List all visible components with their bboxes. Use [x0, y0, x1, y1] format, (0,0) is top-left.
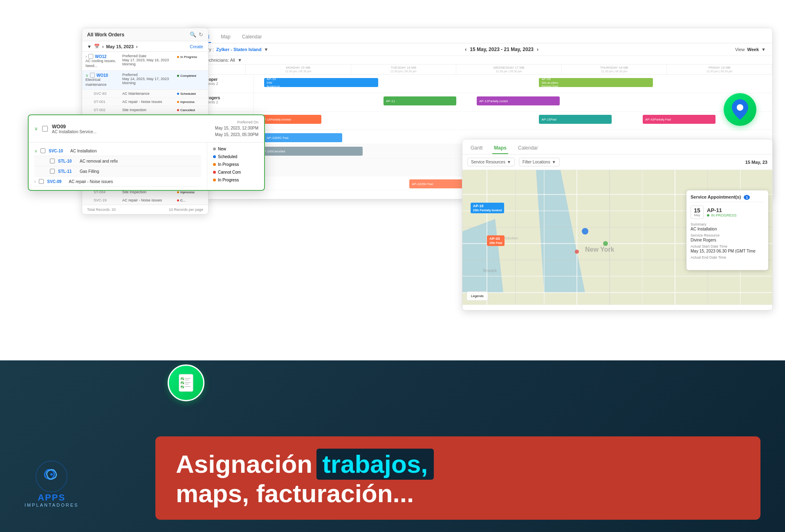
gantt-bar-cancelled[interactable]: AP-100Cancelled: [259, 147, 363, 156]
gantt-time-header: MONDAY 15 MB12.30 pm | 06.30 pm TUESDAY …: [188, 65, 772, 75]
checklist-icon: [176, 373, 196, 393]
wo-header: All Work Orders 🔍 ↻: [82, 28, 208, 41]
main-container: All Work Orders 🔍 ↻ ▼ 📅 ‹ May 15, 2023 ›…: [0, 0, 785, 532]
gantt-date-range: 15 May, 2023 - 21 May, 2023: [470, 47, 534, 52]
view-label: View: [735, 47, 745, 52]
gantt-bar[interactable]: AP-10DIWBooked at: [264, 78, 378, 87]
table-row[interactable]: › WO12 AC cooling Issues, Need... Prefer…: [82, 52, 208, 71]
svc-checkbox[interactable]: [39, 179, 44, 184]
wo09-checkbox[interactable]: [42, 126, 48, 132]
filter-locations-select[interactable]: Filter Locations ▼: [519, 158, 560, 166]
gantt-bar[interactable]: AP-22ERC Paid: [264, 133, 342, 142]
tab-maps[interactable]: Maps: [492, 143, 508, 154]
gantt-bar[interactable]: AP-09Site-as-plansPartially Paid: [539, 78, 653, 87]
map-pin-ap43[interactable]: AP-4325th Paid: [487, 235, 505, 246]
gantt-bar[interactable]: AP-11: [384, 96, 456, 105]
svc-checkbox[interactable]: [50, 169, 55, 174]
location-pin: [724, 93, 756, 126]
sa-summary-field: Summary AC Installation: [691, 222, 764, 231]
wo-id: WO12: [95, 54, 106, 59]
tab-gantt-maps[interactable]: Gantt: [469, 143, 484, 154]
gantt-next-btn[interactable]: ›: [537, 47, 538, 52]
status-badge: Scheduled: [175, 91, 208, 96]
status-badge: Completed: [175, 73, 198, 78]
svc-id: SVC-09: [47, 179, 65, 184]
svc-row[interactable]: ∨ SVC-10 AC Installation: [34, 146, 201, 156]
sa-start-value: May 15, 2023 06.30 PM (GMT Time: [691, 249, 764, 253]
svc-name: AC repair - Noise issues: [69, 179, 201, 184]
territory-value[interactable]: Zylker - Staten Island: [216, 47, 262, 52]
svg-text:Newark: Newark: [483, 268, 497, 273]
gantt-bar[interactable]: AP-12Partially cooled: [477, 96, 560, 105]
dropdown-icon: ▼: [507, 160, 511, 164]
service-appointment-popup: Service Appointment(s) 1 15 May AP-11 IN…: [686, 190, 768, 270]
svg-rect-28: [185, 378, 191, 379]
status-inprogress2-label: In Progress: [218, 178, 239, 182]
table-row[interactable]: ∨ WO10 Electrical maintenance PreferredM…: [82, 71, 208, 89]
svc-name: AC removal and refix: [80, 159, 201, 163]
territory-dropdown-icon[interactable]: ▼: [264, 47, 269, 52]
pin-circle: [724, 93, 756, 126]
status-badge: C...: [175, 198, 208, 203]
sa-resource-field: Service Resource Divine Rogers: [691, 233, 764, 242]
time-slots-row: MONDAY 15 MB12.30 pm | 06.30 pm TUESDAY …: [246, 65, 772, 74]
sa-status: IN PROGRESS: [707, 213, 737, 217]
wo-sub-row[interactable]: SVC-83 AC Maintenance Scheduled: [82, 90, 208, 98]
wo09-title: AC Installation Service...: [52, 130, 96, 134]
status-inprogress: In Progress: [213, 162, 258, 167]
wo-date: PreferredMay 14, 2023, May 17, 2023Morni…: [122, 73, 175, 85]
filter-icon[interactable]: ▼: [87, 44, 92, 49]
dropdown-icon2: ▼: [552, 160, 556, 164]
search-icon[interactable]: 🔍: [190, 31, 196, 38]
gantt-tech-row: Divine Rogers Appointments 2 AP-11 AP-12…: [188, 93, 772, 112]
next-date-btn[interactable]: ›: [136, 44, 138, 49]
svc-sub-row[interactable]: STL-11 Gas Filling: [34, 166, 201, 177]
svc-checkbox[interactable]: [40, 148, 45, 153]
svc-id: STL-10: [58, 159, 76, 163]
view-dropdown-icon[interactable]: ▼: [761, 47, 766, 52]
sa-end-value: [691, 260, 764, 264]
gantt-prev-btn[interactable]: ‹: [465, 47, 467, 52]
wo-sub-row[interactable]: ST-001 AC repair - Noise Issues Inproces…: [82, 98, 208, 106]
gantt-bar[interactable]: AP-15Paid: [539, 115, 612, 124]
wo-sub-row[interactable]: ST-002 Site Inspection Cancelled: [82, 106, 208, 114]
status-cannotcom: Cannot Com: [213, 170, 258, 174]
svg-point-25: [737, 104, 743, 111]
wo-sub-row[interactable]: SVC-19 AC repair - Noise issues C...: [82, 197, 208, 205]
tab-calendar[interactable]: Calendar: [240, 31, 264, 43]
svg-point-36: [50, 473, 53, 476]
svc-sub-row[interactable]: STL-10 AC removal and refix: [34, 156, 201, 166]
gantt-bar[interactable]: AP-14Partially booked: [259, 115, 321, 124]
prev-date-btn[interactable]: ‹: [102, 44, 104, 49]
refresh-icon[interactable]: ↻: [199, 31, 203, 38]
create-wo-button[interactable]: Create: [190, 44, 203, 49]
field-techs-dropdown[interactable]: ▼: [238, 58, 242, 63]
wo09-header: ∨ WO09 AC Installation Service... Prefer…: [29, 115, 264, 143]
gantt-tabs: Gantt Map Calendar: [188, 28, 772, 43]
wo09-expand-icon[interactable]: ∨: [34, 126, 38, 132]
svc-id: SVC-19: [94, 198, 122, 202]
map-pin-ap18[interactable]: AP-1825th Partially booked: [471, 203, 504, 213]
svc-id: SVC-83: [94, 92, 122, 96]
wo-desc: AC cooling Issues, Need...: [85, 59, 122, 68]
total-records: Total Records: 20: [87, 208, 116, 212]
headline-area: Asignación trabajos, maps, facturación..…: [155, 436, 760, 520]
svc-desc: AC repair - Noise Issues: [122, 100, 175, 104]
gantt-bar[interactable]: AP-43Partially Paid: [643, 115, 715, 124]
tab-calendar-maps[interactable]: Calendar: [516, 143, 540, 154]
app-icon-circle: [168, 364, 204, 401]
wo-id: WO10: [96, 73, 108, 78]
svc-row[interactable]: › SVC-09 AC repair - Noise issues: [34, 177, 201, 187]
status-cannotcom-label: Cannot Com: [218, 170, 241, 174]
calendar-icon[interactable]: 📅: [94, 44, 100, 49]
headline-line2: maps, facturación...: [176, 480, 740, 507]
service-resources-select[interactable]: Service Resources ▼: [467, 158, 515, 166]
svg-point-23: [603, 241, 608, 246]
svc-checkbox[interactable]: [50, 159, 55, 163]
gantt-view-select: View Week ▼: [735, 47, 766, 52]
tab-map[interactable]: Map: [219, 31, 232, 43]
svc-id: STL-11: [58, 169, 76, 174]
svg-text:New York: New York: [585, 246, 615, 253]
gantt-bar-area: AP-11 AP-12Partially cooled: [254, 93, 772, 111]
sa-summary-label: Summary: [691, 222, 764, 226]
